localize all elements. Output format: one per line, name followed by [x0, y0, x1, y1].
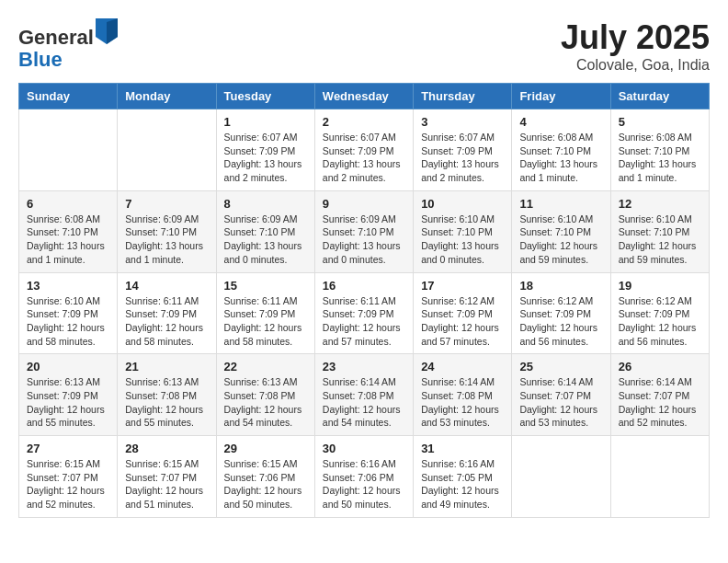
- logo-blue: Blue: [18, 48, 63, 71]
- calendar-cell: 12Sunrise: 6:10 AM Sunset: 7:10 PM Dayli…: [610, 190, 709, 272]
- day-info: Sunrise: 6:15 AM Sunset: 7:06 PM Dayligh…: [224, 457, 307, 511]
- day-number: 2: [323, 115, 405, 129]
- day-info: Sunrise: 6:16 AM Sunset: 7:05 PM Dayligh…: [421, 457, 504, 511]
- calendar-cell: 16Sunrise: 6:11 AM Sunset: 7:09 PM Dayli…: [314, 272, 413, 354]
- calendar-cell: 7Sunrise: 6:09 AM Sunset: 7:10 PM Daylig…: [118, 190, 216, 272]
- day-info: Sunrise: 6:13 AM Sunset: 7:08 PM Dayligh…: [224, 375, 307, 430]
- calendar-week-row: 1Sunrise: 6:07 AM Sunset: 7:09 PM Daylig…: [19, 109, 710, 191]
- day-number: 31: [421, 442, 504, 455]
- calendar-header-row: Sunday Monday Tuesday Wednesday Thursday…: [19, 84, 710, 109]
- day-info: Sunrise: 6:10 AM Sunset: 7:10 PM Dayligh…: [421, 213, 504, 267]
- day-info: Sunrise: 6:10 AM Sunset: 7:10 PM Dayligh…: [519, 213, 602, 267]
- day-number: 23: [323, 360, 405, 373]
- day-number: 13: [27, 279, 109, 293]
- calendar-cell: 6Sunrise: 6:08 AM Sunset: 7:10 PM Daylig…: [19, 190, 118, 272]
- calendar-cell: 3Sunrise: 6:07 AM Sunset: 7:09 PM Daylig…: [414, 109, 512, 191]
- day-number: 18: [519, 279, 602, 293]
- col-monday: Monday: [118, 84, 216, 109]
- calendar-cell: 21Sunrise: 6:13 AM Sunset: 7:08 PM Dayli…: [118, 354, 216, 436]
- day-info: Sunrise: 6:08 AM Sunset: 7:10 PM Dayligh…: [27, 213, 109, 267]
- day-number: 21: [125, 360, 208, 373]
- day-number: 1: [224, 115, 307, 129]
- calendar-cell: 17Sunrise: 6:12 AM Sunset: 7:09 PM Dayli…: [414, 272, 512, 354]
- calendar-cell: 18Sunrise: 6:12 AM Sunset: 7:09 PM Dayli…: [512, 272, 610, 354]
- calendar-cell: 13Sunrise: 6:10 AM Sunset: 7:09 PM Dayli…: [19, 272, 118, 354]
- col-saturday: Saturday: [610, 84, 709, 109]
- day-info: Sunrise: 6:13 AM Sunset: 7:08 PM Dayligh…: [125, 375, 208, 430]
- day-number: 25: [519, 360, 602, 373]
- col-sunday: Sunday: [19, 84, 118, 109]
- day-number: 9: [323, 197, 405, 211]
- day-info: Sunrise: 6:09 AM Sunset: 7:10 PM Dayligh…: [125, 213, 208, 267]
- calendar-cell: 31Sunrise: 6:16 AM Sunset: 7:05 PM Dayli…: [414, 436, 512, 518]
- calendar-cell: 25Sunrise: 6:14 AM Sunset: 7:07 PM Dayli…: [512, 354, 610, 436]
- calendar-cell: 30Sunrise: 6:16 AM Sunset: 7:06 PM Dayli…: [314, 436, 413, 518]
- calendar-cell: 19Sunrise: 6:12 AM Sunset: 7:09 PM Dayli…: [610, 272, 709, 354]
- day-number: 19: [619, 279, 701, 293]
- day-info: Sunrise: 6:10 AM Sunset: 7:10 PM Dayligh…: [619, 213, 701, 267]
- logo: General Blue: [18, 18, 118, 71]
- col-friday: Friday: [512, 84, 610, 109]
- day-number: 16: [323, 279, 405, 293]
- day-info: Sunrise: 6:15 AM Sunset: 7:07 PM Dayligh…: [125, 457, 208, 511]
- day-info: Sunrise: 6:12 AM Sunset: 7:09 PM Dayligh…: [519, 294, 602, 349]
- page-container: General Blue July 2025 Colovale, Goa, In…: [18, 18, 710, 518]
- day-number: 30: [323, 442, 405, 455]
- logo-general: General: [18, 26, 94, 49]
- calendar-cell: 5Sunrise: 6:08 AM Sunset: 7:10 PM Daylig…: [610, 109, 709, 191]
- calendar-cell: 4Sunrise: 6:08 AM Sunset: 7:10 PM Daylig…: [512, 109, 610, 191]
- day-number: 15: [224, 279, 307, 293]
- day-info: Sunrise: 6:14 AM Sunset: 7:07 PM Dayligh…: [519, 375, 602, 430]
- day-info: Sunrise: 6:12 AM Sunset: 7:09 PM Dayligh…: [421, 294, 504, 349]
- calendar-cell: 10Sunrise: 6:10 AM Sunset: 7:10 PM Dayli…: [414, 190, 512, 272]
- col-thursday: Thursday: [414, 84, 512, 109]
- calendar-table: Sunday Monday Tuesday Wednesday Thursday…: [18, 83, 710, 518]
- day-number: 22: [224, 360, 307, 373]
- day-info: Sunrise: 6:11 AM Sunset: 7:09 PM Dayligh…: [323, 294, 405, 349]
- calendar-cell: 26Sunrise: 6:14 AM Sunset: 7:07 PM Dayli…: [610, 354, 709, 436]
- calendar-cell: 24Sunrise: 6:14 AM Sunset: 7:08 PM Dayli…: [414, 354, 512, 436]
- day-info: Sunrise: 6:10 AM Sunset: 7:09 PM Dayligh…: [27, 294, 109, 349]
- calendar-cell: 29Sunrise: 6:15 AM Sunset: 7:06 PM Dayli…: [216, 436, 314, 518]
- day-number: 4: [519, 115, 602, 129]
- calendar-cell: 11Sunrise: 6:10 AM Sunset: 7:10 PM Dayli…: [512, 190, 610, 272]
- day-info: Sunrise: 6:08 AM Sunset: 7:10 PM Dayligh…: [619, 131, 701, 185]
- day-info: Sunrise: 6:13 AM Sunset: 7:09 PM Dayligh…: [27, 375, 109, 430]
- day-number: 26: [619, 360, 701, 373]
- day-number: 5: [619, 115, 701, 129]
- day-info: Sunrise: 6:08 AM Sunset: 7:10 PM Dayligh…: [519, 131, 602, 185]
- day-number: 8: [224, 197, 307, 211]
- calendar-week-row: 20Sunrise: 6:13 AM Sunset: 7:09 PM Dayli…: [19, 354, 710, 436]
- day-info: Sunrise: 6:11 AM Sunset: 7:09 PM Dayligh…: [224, 294, 307, 349]
- location: Colovale, Goa, India: [561, 57, 710, 74]
- day-number: 28: [125, 442, 208, 455]
- day-info: Sunrise: 6:11 AM Sunset: 7:09 PM Dayligh…: [125, 294, 208, 349]
- day-number: 11: [519, 197, 602, 211]
- calendar-cell: [118, 109, 216, 191]
- calendar-cell: 22Sunrise: 6:13 AM Sunset: 7:08 PM Dayli…: [216, 354, 314, 436]
- day-number: 6: [27, 197, 109, 211]
- calendar-cell: [610, 436, 709, 518]
- logo-icon: [96, 18, 118, 44]
- calendar-cell: 2Sunrise: 6:07 AM Sunset: 7:09 PM Daylig…: [314, 109, 413, 191]
- calendar-cell: 27Sunrise: 6:15 AM Sunset: 7:07 PM Dayli…: [19, 436, 118, 518]
- day-number: 29: [224, 442, 307, 455]
- calendar-cell: 28Sunrise: 6:15 AM Sunset: 7:07 PM Dayli…: [118, 436, 216, 518]
- day-number: 10: [421, 197, 504, 211]
- day-number: 14: [125, 279, 208, 293]
- day-info: Sunrise: 6:14 AM Sunset: 7:08 PM Dayligh…: [323, 375, 405, 430]
- svg-marker-1: [107, 18, 118, 44]
- day-info: Sunrise: 6:07 AM Sunset: 7:09 PM Dayligh…: [224, 131, 307, 185]
- calendar-cell: 1Sunrise: 6:07 AM Sunset: 7:09 PM Daylig…: [216, 109, 314, 191]
- calendar-cell: 20Sunrise: 6:13 AM Sunset: 7:09 PM Dayli…: [19, 354, 118, 436]
- col-wednesday: Wednesday: [314, 84, 413, 109]
- calendar-cell: [19, 109, 118, 191]
- day-number: 20: [27, 360, 109, 373]
- day-number: 27: [27, 442, 109, 455]
- day-info: Sunrise: 6:07 AM Sunset: 7:09 PM Dayligh…: [421, 131, 504, 185]
- day-info: Sunrise: 6:15 AM Sunset: 7:07 PM Dayligh…: [27, 457, 109, 511]
- day-number: 7: [125, 197, 208, 211]
- calendar-week-row: 13Sunrise: 6:10 AM Sunset: 7:09 PM Dayli…: [19, 272, 710, 354]
- page-header: General Blue July 2025 Colovale, Goa, In…: [18, 18, 710, 74]
- day-number: 3: [421, 115, 504, 129]
